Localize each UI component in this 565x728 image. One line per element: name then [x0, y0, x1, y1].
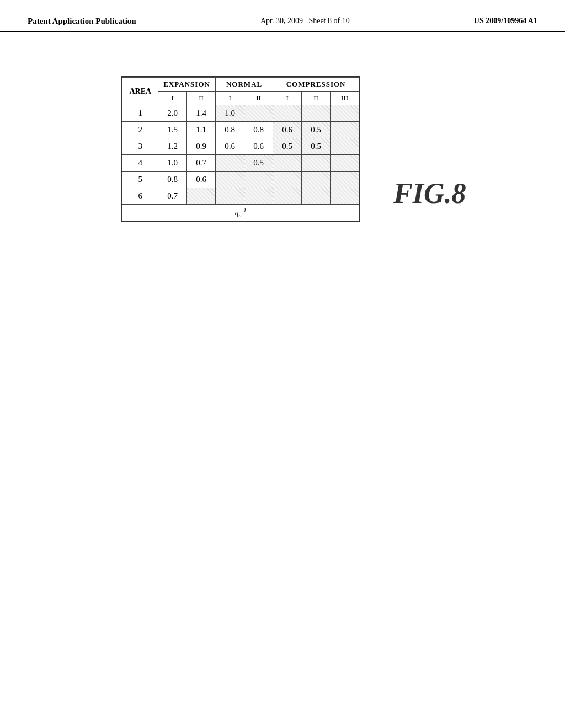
publication-date-sheet: Apr. 30, 2009 Sheet 8 of 10 — [260, 17, 350, 25]
exp-i-cell: 1.2 — [158, 138, 187, 155]
exp-ii-cell: 0.7 — [187, 155, 216, 172]
area-num-cell: 6 — [122, 188, 158, 205]
norm-ii-cell: 0.8 — [244, 122, 273, 138]
norm-sub-I: I — [216, 92, 244, 105]
comp-ii-cell — [302, 172, 331, 188]
comp-ii-cell: 0.5 — [302, 122, 331, 138]
comp-i-cell: 0.6 — [273, 122, 302, 138]
table-row: 21.51.10.80.80.60.5 — [122, 122, 359, 138]
comp-ii-cell — [302, 105, 331, 122]
comp-iii-cell — [331, 188, 359, 205]
comp-iii-cell — [331, 105, 359, 122]
comp-ii-cell — [302, 188, 331, 205]
exp-ii-cell: 0.6 — [187, 172, 216, 188]
publication-number: US 2009/109964 A1 — [474, 17, 537, 25]
comp-sub-II: II — [302, 92, 331, 105]
norm-i-cell: 1.0 — [216, 105, 244, 122]
table-row: 41.00.70.5 — [122, 155, 359, 172]
comp-sub-III: III — [331, 92, 359, 105]
comp-sub-I: I — [273, 92, 302, 105]
sheet-info: Sheet 8 of 10 — [308, 17, 349, 25]
expansion-header: EXPANSION — [158, 78, 216, 92]
area-num-cell: 1 — [122, 105, 158, 122]
comp-i-cell — [273, 105, 302, 122]
norm-i-cell: 0.6 — [216, 138, 244, 155]
comp-i-cell — [273, 188, 302, 205]
norm-ii-cell: 0.5 — [244, 155, 273, 172]
exp-ii-cell: 0.9 — [187, 138, 216, 155]
table-row: 50.80.6 — [122, 172, 359, 188]
comp-ii-cell — [302, 155, 331, 172]
normal-header: NORMAL — [216, 78, 273, 92]
area-header: AREA — [122, 78, 158, 105]
comp-iii-cell — [331, 172, 359, 188]
publication-date: Apr. 30, 2009 — [260, 17, 303, 25]
norm-ii-cell — [244, 105, 273, 122]
norm-ii-cell — [244, 172, 273, 188]
table-row: 12.01.41.0 — [122, 105, 359, 122]
exp-ii-cell: 1.1 — [187, 122, 216, 138]
area-num-cell: 2 — [122, 122, 158, 138]
header-row-2: I II I II I II III — [122, 92, 359, 105]
area-num-cell: 4 — [122, 155, 158, 172]
table-row: 60.7 — [122, 188, 359, 205]
area-num-cell: 3 — [122, 138, 158, 155]
qn-row: qn-1 — [122, 205, 359, 221]
exp-sub-II: II — [187, 92, 216, 105]
header-row-1: AREA EXPANSION NORMAL COMPRESSION — [122, 78, 359, 92]
comp-i-cell: 0.5 — [273, 138, 302, 155]
exp-sub-I: I — [158, 92, 187, 105]
norm-i-cell: 0.8 — [216, 122, 244, 138]
exp-i-cell: 1.0 — [158, 155, 187, 172]
area-num-cell: 5 — [122, 172, 158, 188]
compression-header: COMPRESSION — [273, 78, 359, 92]
exp-ii-cell — [187, 188, 216, 205]
norm-ii-cell — [244, 188, 273, 205]
norm-i-cell — [216, 188, 244, 205]
comp-iii-cell — [331, 155, 359, 172]
comp-i-cell — [273, 155, 302, 172]
qn-label: qn-1 — [122, 205, 359, 221]
figure-label: FIG.8 — [393, 177, 466, 210]
comp-iii-cell — [331, 122, 359, 138]
exp-i-cell: 0.8 — [158, 172, 187, 188]
publication-title: Patent Application Publication — [28, 17, 136, 26]
data-table-container: AREA EXPANSION NORMAL COMPRESSION I II I… — [121, 76, 360, 222]
norm-i-cell — [216, 155, 244, 172]
comp-i-cell — [273, 172, 302, 188]
comp-iii-cell — [331, 138, 359, 155]
exp-ii-cell: 1.4 — [187, 105, 216, 122]
data-table: AREA EXPANSION NORMAL COMPRESSION I II I… — [122, 77, 359, 221]
norm-sub-II: II — [244, 92, 273, 105]
table-row: 31.20.90.60.60.50.5 — [122, 138, 359, 155]
main-content: AREA EXPANSION NORMAL COMPRESSION I II I… — [0, 32, 565, 244]
comp-ii-cell: 0.5 — [302, 138, 331, 155]
exp-i-cell: 1.5 — [158, 122, 187, 138]
exp-i-cell: 0.7 — [158, 188, 187, 205]
exp-i-cell: 2.0 — [158, 105, 187, 122]
page-header: Patent Application Publication Apr. 30, … — [0, 0, 565, 32]
norm-ii-cell: 0.6 — [244, 138, 273, 155]
norm-i-cell — [216, 172, 244, 188]
